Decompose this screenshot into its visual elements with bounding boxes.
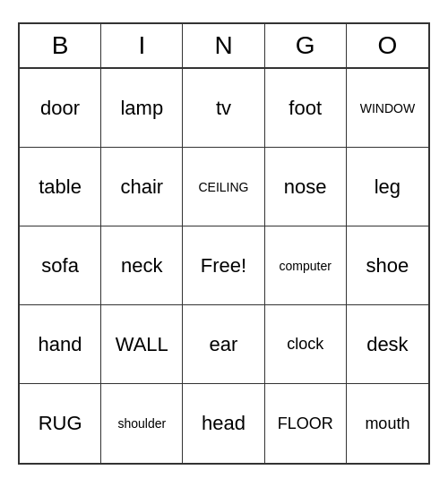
bingo-cell-3: foot bbox=[265, 69, 347, 148]
bingo-cell-17: ear bbox=[183, 305, 264, 384]
bingo-cell-9: leg bbox=[347, 148, 428, 226]
bingo-card: BINGO doorlamptvfootWINDOWtablechairCEIL… bbox=[18, 22, 430, 465]
header-letter-b: B bbox=[20, 24, 101, 67]
bingo-cell-15: hand bbox=[20, 305, 101, 384]
bingo-header: BINGO bbox=[20, 24, 428, 69]
bingo-cell-14: shoe bbox=[347, 226, 428, 305]
bingo-cell-10: sofa bbox=[20, 226, 101, 305]
bingo-cell-5: table bbox=[20, 148, 101, 226]
bingo-cell-2: tv bbox=[183, 69, 264, 148]
bingo-cell-23: FLOOR bbox=[265, 384, 347, 463]
header-letter-g: G bbox=[265, 24, 347, 67]
bingo-cell-13: computer bbox=[265, 226, 347, 305]
bingo-cell-11: neck bbox=[101, 226, 183, 305]
bingo-cell-21: shoulder bbox=[101, 384, 183, 463]
header-letter-o: O bbox=[347, 24, 428, 67]
bingo-cell-24: mouth bbox=[347, 384, 428, 463]
bingo-cell-20: RUG bbox=[20, 384, 101, 463]
bingo-cell-1: lamp bbox=[101, 69, 183, 148]
bingo-cell-0: door bbox=[20, 69, 101, 148]
bingo-cell-16: WALL bbox=[101, 305, 183, 384]
bingo-cell-19: desk bbox=[347, 305, 428, 384]
bingo-cell-18: clock bbox=[265, 305, 347, 384]
bingo-grid: doorlamptvfootWINDOWtablechairCEILINGnos… bbox=[20, 69, 428, 463]
bingo-cell-7: CEILING bbox=[183, 148, 264, 226]
bingo-cell-12: Free! bbox=[183, 226, 264, 305]
header-letter-i: I bbox=[101, 24, 183, 67]
bingo-cell-8: nose bbox=[265, 148, 347, 226]
header-letter-n: N bbox=[183, 24, 264, 67]
bingo-cell-4: WINDOW bbox=[347, 69, 428, 148]
bingo-cell-6: chair bbox=[101, 148, 183, 226]
bingo-cell-22: head bbox=[183, 384, 264, 463]
